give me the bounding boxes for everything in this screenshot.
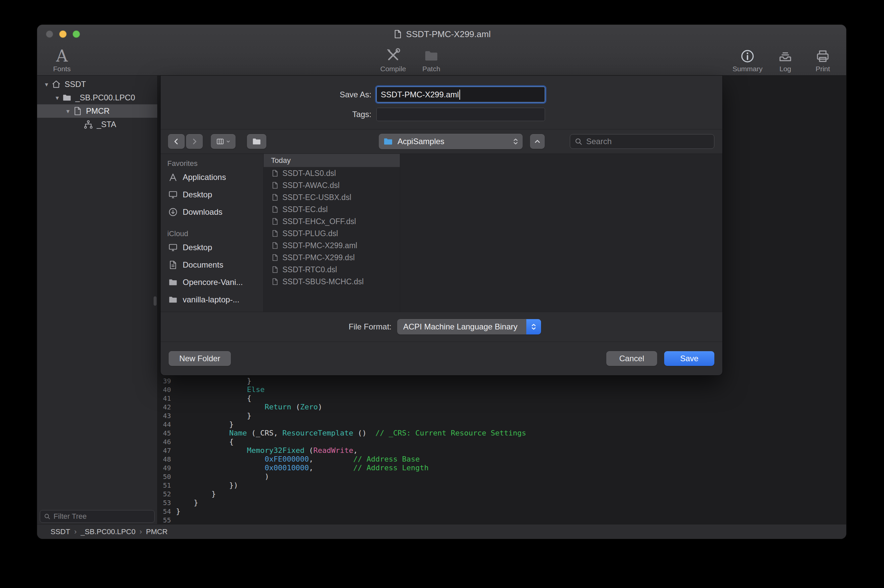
disclosure-triangle[interactable]: ▾ — [42, 81, 51, 88]
file-item-ssdt-ec-dsl[interactable]: SSDT-EC.dsl — [264, 203, 400, 215]
search-field[interactable] — [570, 134, 714, 149]
file-item-ssdt-pmc-x299-aml[interactable]: SSDT-PMC-X299.aml — [264, 240, 400, 252]
document-icon — [271, 254, 279, 261]
save-button[interactable]: Save — [664, 351, 714, 366]
popup-stepper-icon — [529, 322, 538, 331]
line-number: 51 — [158, 481, 171, 490]
compile-button[interactable]: Compile — [378, 44, 408, 75]
tree-item-pmcr[interactable]: ▾PMCR — [37, 104, 157, 118]
file-item-ssdt-als0-dsl[interactable]: SSDT-ALS0.dsl — [264, 167, 400, 179]
search-input[interactable] — [586, 137, 710, 146]
code-text: Name (_CRS, ResourceTemplate () // _CRS:… — [176, 429, 526, 438]
file-item-ssdt-plug-dsl[interactable]: SSDT-PLUG.dsl — [264, 228, 400, 240]
fonts-button[interactable]: A Fonts — [47, 44, 77, 75]
save-as-label: Save As: — [161, 90, 371, 99]
breadcrumb-item-sb-pc00-lpc0[interactable]: _SB.PC00.LPC0 — [81, 528, 135, 536]
file-item-ssdt-sbus-mchc-dsl[interactable]: SSDT-SBUS-MCHC.dsl — [264, 276, 400, 288]
window-title: SSDT-PMC-X299.aml — [406, 29, 491, 39]
dialog-sidebar: FavoritesApplicationsDesktopDownloadsiCl… — [161, 154, 264, 312]
document-icon — [271, 278, 279, 286]
code-line: 55 — [158, 516, 846, 525]
tree-item-sta[interactable]: _STA — [37, 118, 157, 131]
desktop-icon — [168, 190, 178, 200]
file-item-ssdt-ec-usbx-dsl[interactable]: SSDT-EC-USBX.dsl — [264, 191, 400, 203]
code-text: } — [176, 376, 251, 385]
tags-input[interactable] — [377, 108, 545, 121]
view-options-button[interactable] — [211, 134, 236, 149]
line-number: 54 — [158, 507, 171, 516]
sidebar-item-desktop[interactable]: Desktop — [161, 186, 263, 203]
code-text: 0x00010000, // Address Length — [176, 464, 429, 472]
pane-splitter-handle[interactable] — [153, 296, 157, 306]
code-line: 54} — [158, 507, 846, 516]
line-number: 49 — [158, 464, 171, 472]
filter-tree-input[interactable] — [54, 512, 151, 521]
log-button[interactable]: Log — [771, 44, 800, 75]
line-number: 40 — [158, 385, 171, 394]
sidebar-item-applications[interactable]: Applications — [161, 169, 263, 186]
chevron-up-icon — [533, 137, 542, 146]
document-icon — [271, 266, 279, 274]
close-button[interactable] — [46, 30, 53, 38]
line-number: 41 — [158, 394, 171, 403]
tags-field[interactable] — [377, 108, 545, 121]
popup-blue-cap — [526, 319, 541, 334]
file-format-popup[interactable]: ACPI Machine Language Binary — [397, 319, 541, 334]
dialog-action-row: New Folder Cancel Save — [161, 342, 722, 375]
location-popup[interactable]: AcpiSamples — [379, 134, 523, 149]
sidebar-item-documents[interactable]: Documents — [161, 256, 263, 274]
info-icon — [740, 48, 755, 64]
sidebar-item-opencore-vani[interactable]: Opencore-Vani... — [161, 274, 263, 291]
print-button[interactable]: Print — [808, 44, 837, 75]
file-item-label: SSDT-ALS0.dsl — [282, 169, 336, 178]
breadcrumb-item-pmcr[interactable]: PMCR — [146, 528, 168, 536]
file-item-ssdt-awac-dsl[interactable]: SSDT-AWAC.dsl — [264, 179, 400, 191]
back-button[interactable] — [168, 134, 185, 149]
line-number: 47 — [158, 446, 171, 455]
code-text: Memory32Fixed (ReadWrite, — [176, 446, 358, 455]
blue-folder-icon — [383, 136, 393, 147]
code-text: { — [176, 394, 251, 403]
summary-button[interactable]: Summary — [732, 44, 762, 75]
folder-icon — [168, 295, 178, 305]
folder-icon — [62, 93, 72, 103]
file-browser-empty-column — [400, 154, 722, 312]
file-item-label: SSDT-PMC-X299.dsl — [282, 253, 355, 262]
file-item-ssdt-pmc-x299-dsl[interactable]: SSDT-PMC-X299.dsl — [264, 252, 400, 264]
breadcrumb-item-ssdt[interactable]: SSDT — [51, 528, 70, 536]
line-number: 53 — [158, 498, 171, 507]
disclosure-triangle[interactable]: ▾ — [53, 94, 62, 102]
forward-button[interactable] — [186, 134, 203, 149]
new-folder-button[interactable]: New Folder — [169, 351, 231, 366]
tree-item-sb-pc00-lpc0[interactable]: ▾_SB.PC00.LPC0 — [37, 91, 157, 104]
zoom-button[interactable] — [73, 30, 80, 38]
tree-item-ssdt[interactable]: ▾SSDT — [37, 78, 157, 91]
minimize-button[interactable] — [59, 30, 67, 38]
sidebar-item-desktop[interactable]: Desktop — [161, 239, 263, 256]
tree-sidebar: ▾SSDT▾_SB.PC00.LPC0▾PMCR_STA — [37, 76, 158, 524]
downloads-icon — [168, 207, 178, 217]
sidebar-item-downloads[interactable]: Downloads — [161, 203, 263, 221]
up-directory-button[interactable] — [530, 134, 545, 149]
line-number: 39 — [158, 376, 171, 385]
sidebar-item-vanilla-laptop[interactable]: vanilla-laptop-... — [161, 291, 263, 308]
line-number: 43 — [158, 411, 171, 420]
patch-button[interactable]: Patch — [417, 44, 446, 75]
save-as-input[interactable]: SSDT-PMC-X299.aml — [377, 87, 545, 102]
code-text: Else — [176, 385, 265, 394]
file-list: SSDT-ALS0.dslSSDT-AWAC.dslSSDT-EC-USBX.d… — [264, 167, 400, 288]
file-item-ssdt-rtc0-dsl[interactable]: SSDT-RTC0.dsl — [264, 264, 400, 276]
file-format-label: File Format: — [161, 322, 392, 332]
summary-label: Summary — [732, 65, 762, 73]
chevron-down-icon — [225, 139, 231, 144]
document-icon — [271, 230, 279, 237]
filter-tree-field[interactable] — [40, 510, 155, 523]
file-item-ssdt-ehcx-off-dsl[interactable]: SSDT-EHCx_OFF.dsl — [264, 215, 400, 228]
titlebar[interactable]: SSDT-PMC-X299.aml — [37, 25, 846, 44]
file-group-header: Today — [264, 154, 400, 167]
log-label: Log — [779, 65, 791, 73]
folder-action-button[interactable] — [247, 134, 266, 149]
disclosure-triangle[interactable]: ▾ — [63, 107, 73, 115]
cancel-button[interactable]: Cancel — [606, 351, 657, 366]
code-text: Return (Zero) — [176, 403, 322, 411]
